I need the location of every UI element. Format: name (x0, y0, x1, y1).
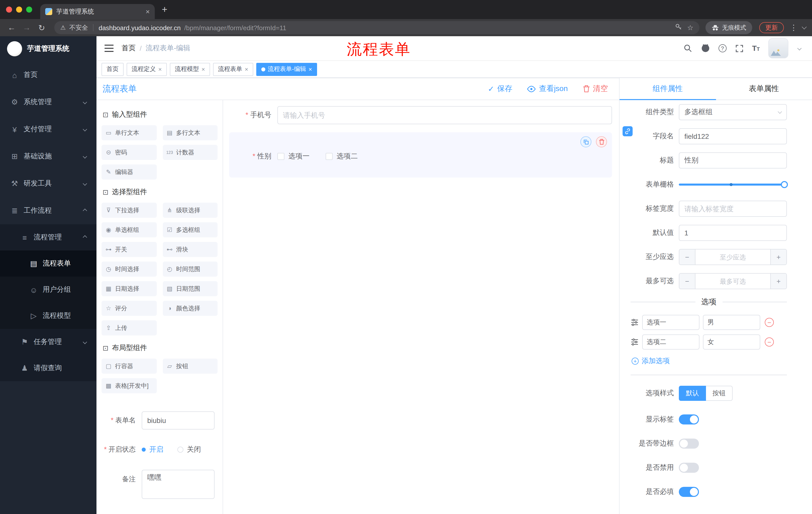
breadcrumb-home[interactable]: 首页 (122, 44, 136, 53)
tab-close-icon[interactable]: × (146, 8, 150, 15)
form-remark-textarea[interactable]: 嘿嘿 (142, 470, 214, 499)
phone-field-input[interactable] (278, 106, 612, 124)
checkbox-unchecked-icon[interactable] (278, 153, 284, 160)
increment-button[interactable]: + (770, 274, 786, 289)
min-select-input[interactable] (695, 249, 770, 265)
disabled-toggle[interactable] (679, 463, 699, 473)
increment-button[interactable]: + (770, 249, 786, 265)
duplicate-component-button[interactable] (580, 136, 591, 147)
drag-handle-icon[interactable] (631, 338, 639, 346)
sidebar-item-home[interactable]: ⌂ 首页 (0, 61, 96, 88)
title-input[interactable] (679, 153, 787, 168)
style-button-button[interactable]: 按钮 (706, 386, 733, 401)
tag-close-icon[interactable]: × (202, 65, 205, 73)
help-icon[interactable]: ? (718, 44, 726, 52)
zoom-window-button[interactable] (26, 6, 32, 12)
comp-time-range[interactable]: ◴时间范围 (163, 262, 218, 277)
clear-button[interactable]: 清空 (583, 84, 608, 93)
slider-track[interactable] (679, 184, 787, 186)
comp-date-range[interactable]: ▧日期范围 (163, 281, 218, 296)
comp-time-picker[interactable]: ◷时间选择 (102, 262, 156, 277)
option-label-input[interactable] (642, 334, 699, 350)
minimize-window-button[interactable] (16, 6, 22, 12)
new-tab-button[interactable]: + (162, 4, 167, 15)
chevron-down-icon[interactable] (802, 24, 807, 29)
tag-process-form-edit[interactable]: 流程表单-编辑 × (256, 63, 317, 76)
add-option-button[interactable]: + 添加选项 (632, 357, 787, 366)
drag-handle-icon[interactable] (631, 318, 639, 326)
comp-date-picker[interactable]: ▦日期选择 (102, 281, 156, 296)
option-value-input[interactable] (703, 334, 760, 350)
status-radio-off[interactable]: 关闭 (177, 445, 201, 454)
comp-password[interactable]: ⊝密码 (102, 145, 156, 160)
comp-radio-group[interactable]: ◉单选框组 (102, 222, 156, 237)
remove-option-button[interactable]: − (765, 318, 774, 327)
comp-counter[interactable]: 123计数器 (163, 145, 218, 160)
default-value-input[interactable] (679, 225, 787, 241)
canvas-field-gender-selected[interactable]: 性别 选项一 选项二 (229, 132, 612, 178)
required-toggle[interactable] (679, 487, 699, 497)
canvas-field-phone[interactable]: 手机号 (229, 106, 612, 124)
with-border-toggle[interactable] (679, 438, 699, 449)
comp-cascader[interactable]: ⋔级联选择 (163, 203, 218, 218)
component-type-select[interactable]: 多选框组 (679, 104, 787, 120)
show-label-toggle[interactable] (679, 414, 699, 425)
comp-single-text[interactable]: ▭单行文本 (102, 125, 156, 140)
decrement-button[interactable]: − (679, 249, 695, 265)
status-radio-on[interactable]: 开启 (142, 445, 163, 454)
comp-table[interactable]: ▩表格[开发中] (102, 378, 156, 393)
reload-icon[interactable]: ↻ (35, 23, 48, 32)
comp-slider[interactable]: ⊷滑块 (163, 242, 218, 257)
security-warning-icon[interactable]: ⚠ (60, 24, 66, 31)
browser-menu-icon[interactable]: ⋮ (790, 23, 798, 32)
browser-tab[interactable]: 芋道管理系统 × (40, 4, 155, 19)
close-window-button[interactable] (6, 6, 12, 12)
back-icon[interactable]: ← (5, 23, 18, 32)
comp-checkbox-group[interactable]: ☑多选框组 (163, 222, 218, 237)
tab-form-props[interactable]: 表单属性 (716, 78, 812, 100)
comp-textarea[interactable]: ▤多行文本 (163, 125, 218, 140)
comp-upload[interactable]: ⇪上传 (102, 320, 156, 335)
search-icon[interactable] (683, 44, 692, 53)
tag-close-icon[interactable]: × (158, 65, 162, 73)
address-bar[interactable]: ⚠ 不安全 dashboard.yudao.iocoder.cn/bpm/man… (54, 21, 699, 34)
save-button[interactable]: ✓ 保存 (488, 84, 512, 93)
sidebar-item-task-mgmt[interactable]: ⚑ 任务管理 (0, 329, 96, 355)
view-json-button[interactable]: 查看json (527, 84, 568, 93)
comp-editor[interactable]: ✎编辑器 (102, 164, 156, 180)
window-controls[interactable] (6, 6, 32, 12)
remove-option-button[interactable]: − (765, 337, 774, 347)
sidebar-toggle-icon[interactable] (105, 44, 114, 52)
comp-button[interactable]: ▱按钮 (163, 359, 218, 374)
form-grid-slider[interactable] (679, 177, 787, 193)
comp-rate[interactable]: ☆评分 (102, 301, 156, 316)
sidebar-item-payment[interactable]: ¥ 支付管理 (0, 116, 96, 143)
max-select-input[interactable] (695, 274, 770, 289)
comp-switch[interactable]: ⊶开关 (102, 242, 156, 257)
sidebar-logo[interactable]: 芋道管理系统 (0, 36, 96, 61)
password-key-icon[interactable] (675, 23, 682, 32)
label-width-input[interactable] (679, 201, 787, 217)
tab-component-props[interactable]: 组件属性 (619, 78, 716, 100)
style-default-button[interactable]: 默认 (679, 386, 706, 401)
sidebar-item-devtools[interactable]: ⚒ 研发工具 (0, 170, 96, 197)
tag-process-form[interactable]: 流程表单 × (213, 63, 253, 76)
sidebar-item-system[interactable]: ⚙ 系统管理 (0, 88, 96, 116)
decrement-button[interactable]: − (679, 274, 695, 289)
field-name-input[interactable] (679, 128, 787, 144)
form-name-input[interactable] (142, 411, 214, 430)
fullscreen-icon[interactable] (735, 44, 744, 53)
delete-component-button[interactable] (596, 136, 607, 147)
tag-close-icon[interactable]: × (245, 65, 248, 73)
link-icon[interactable] (622, 126, 633, 136)
sidebar-item-process-mgmt[interactable]: ≡ 流程管理 (0, 224, 96, 250)
sidebar-item-leave-query[interactable]: ♟ 请假查询 (0, 355, 96, 381)
form-canvas[interactable]: 手机号 (223, 100, 619, 514)
tag-home[interactable]: 首页 (102, 63, 124, 76)
browser-update-button[interactable]: 更新 (759, 22, 784, 33)
sidebar-item-process-form[interactable]: ▤ 流程表单 (0, 250, 96, 277)
checkbox-unchecked-icon[interactable] (326, 153, 332, 160)
bookmark-star-icon[interactable]: ☆ (687, 24, 693, 32)
user-avatar[interactable] (768, 38, 788, 58)
comp-color-picker[interactable]: ◑颜色选择 (163, 301, 218, 316)
